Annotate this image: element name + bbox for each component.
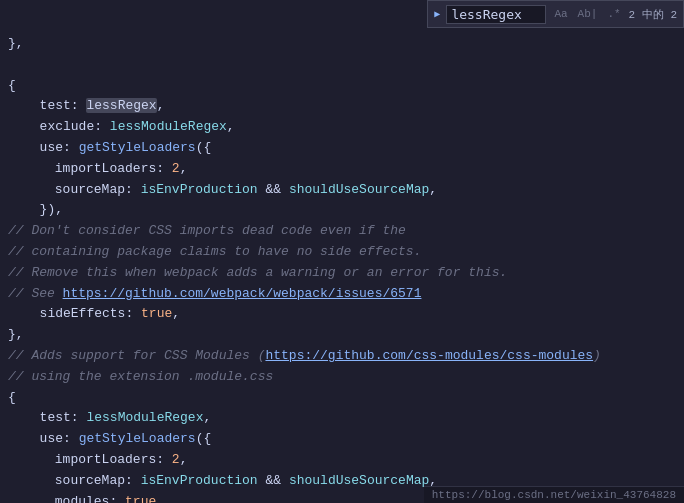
line-row: test: lessRegex, bbox=[8, 96, 684, 117]
case-sensitive-button[interactable]: Aa bbox=[550, 6, 571, 22]
line-row: use: getStyleLoaders({ bbox=[8, 429, 684, 450]
line-row: use: getStyleLoaders({ bbox=[8, 138, 684, 159]
search-match-count: 2 中的 2 bbox=[629, 7, 677, 22]
line-row: exclude: lessModuleRegex, bbox=[8, 117, 684, 138]
status-url: https://blog.csdn.net/weixin_43764828 bbox=[432, 489, 676, 501]
whole-word-button[interactable]: Ab| bbox=[574, 6, 602, 22]
editor-area: ▶ Aa Ab| .* 2 中的 2 }, { test: lessRegex,… bbox=[0, 0, 684, 503]
line-row: }, bbox=[8, 325, 684, 346]
line-row bbox=[8, 55, 684, 76]
line-row: // Remove this when webpack adds a warni… bbox=[8, 263, 684, 284]
line-row: }), bbox=[8, 200, 684, 221]
line-row: sideEffects: true, bbox=[8, 304, 684, 325]
line-row: // Don't consider CSS imports dead code … bbox=[8, 221, 684, 242]
search-options: Aa Ab| .* bbox=[550, 6, 624, 22]
line-row: // using the extension .module.css bbox=[8, 367, 684, 388]
search-input-wrap[interactable] bbox=[446, 5, 546, 24]
search-bar[interactable]: ▶ Aa Ab| .* 2 中的 2 bbox=[427, 0, 684, 28]
code-container: }, { test: lessRegex, exclude: lessModul… bbox=[0, 34, 684, 503]
line-row: test: lessModuleRegex, bbox=[8, 408, 684, 429]
status-bar: https://blog.csdn.net/weixin_43764828 bbox=[424, 486, 684, 503]
line-row: // See https://github.com/webpack/webpac… bbox=[8, 284, 684, 305]
line-row: }, bbox=[8, 34, 684, 55]
line-row: sourceMap: isEnvProduction && shouldUseS… bbox=[8, 180, 684, 201]
line-row: // containing package claims to have no … bbox=[8, 242, 684, 263]
line-row: { bbox=[8, 76, 684, 97]
line-row: { bbox=[8, 388, 684, 409]
line-row: importLoaders: 2, bbox=[8, 450, 684, 471]
line-row: // Adds support for CSS Modules (https:/… bbox=[8, 346, 684, 367]
search-input[interactable] bbox=[451, 7, 541, 22]
search-arrow-icon: ▶ bbox=[434, 8, 440, 20]
regex-button[interactable]: .* bbox=[603, 6, 624, 22]
line-row: importLoaders: 2, bbox=[8, 159, 684, 180]
